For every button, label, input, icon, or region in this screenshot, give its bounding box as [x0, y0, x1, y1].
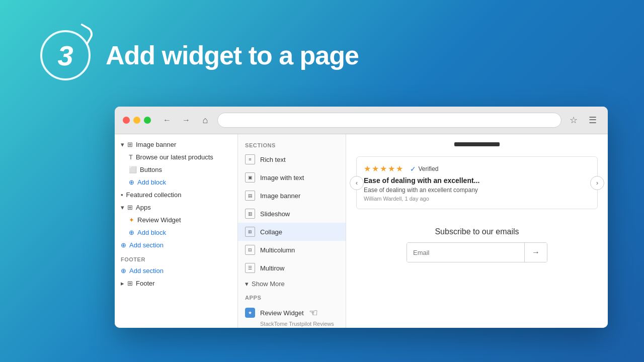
plus-icon: ⊕ — [129, 178, 134, 186]
middle-item-collage[interactable]: ⊞ Collage — [238, 223, 346, 241]
show-more-button[interactable]: ▾ Show More — [238, 277, 346, 291]
multicolumn-icon: ⊟ — [245, 245, 255, 255]
traffic-lights — [123, 117, 151, 124]
buttons-label: Buttons — [140, 166, 231, 173]
add-block-label-2: Add block — [137, 229, 166, 236]
middle-item-multicolumn[interactable]: ⊟ Multicolumn — [238, 241, 346, 259]
add-section-button-footer[interactable]: ⊕ Add section — [115, 264, 237, 277]
sidebar-item-buttons[interactable]: ⬜ Buttons — [115, 163, 237, 176]
apps-icon: ⊞ — [127, 204, 133, 211]
middle-item-slideshow[interactable]: ▥ Slideshow — [238, 205, 346, 223]
address-bar[interactable] — [217, 113, 561, 128]
subscribe-title: Subscribe to our emails — [356, 227, 598, 236]
middle-panel: SECTIONS ≡ Rich text ▣ Image with text ▤… — [238, 134, 346, 328]
image-with-text-label: Image with text — [260, 174, 304, 182]
apps-label: Apps — [136, 204, 231, 211]
plus-icon-2: ⊕ — [129, 229, 134, 236]
middle-item-image-banner[interactable]: ▤ Image banner — [238, 187, 346, 205]
review-meta: William Wardell, 1 day ago — [364, 196, 590, 202]
maximize-button[interactable] — [144, 117, 151, 124]
review-card: ‹ › ★★★★★ ✓ Verified Ease of dealing wit… — [356, 156, 598, 209]
add-section-label-1: Add section — [129, 241, 164, 249]
collage-label: Collage — [260, 228, 282, 236]
image-banner-label: Image banner — [136, 141, 231, 148]
decorative-bar — [454, 142, 500, 146]
button-icon: ⬜ — [129, 166, 137, 173]
collage-icon: ⊞ — [245, 227, 255, 237]
review-text: Ease of dealing with an excellent compan… — [364, 187, 590, 194]
review-title: Ease of dealing with an excellent... — [364, 176, 590, 185]
sidebar-item-apps[interactable]: ▾ ⊞ Apps — [115, 201, 237, 214]
minimize-button[interactable] — [133, 117, 140, 124]
plus-icon-3: ⊕ — [121, 241, 126, 249]
sidebar-item-footer[interactable]: ▸ ⊞ Footer — [115, 277, 237, 290]
review-widget-label: Review Widget — [137, 216, 231, 224]
chevron-down-show-more: ▾ — [245, 280, 249, 288]
footer-label: Footer — [136, 280, 231, 287]
chevron-down-icon: ▾ — [121, 141, 124, 148]
add-block-button-1[interactable]: ⊕ Add block — [115, 176, 237, 189]
subscribe-section: Subscribe to our emails → — [356, 219, 598, 270]
email-form: → — [407, 242, 547, 262]
browse-label: Browse our latest products — [136, 153, 231, 161]
sidebar-item-review-widget[interactable]: ✦ Review Widget — [115, 214, 237, 226]
review-stars: ★★★★★ — [364, 164, 404, 173]
prev-review-button[interactable]: ‹ — [350, 176, 364, 190]
add-section-footer-label: Add section — [129, 267, 164, 275]
image-banner-mid-label: Image banner — [260, 192, 300, 200]
featured-icon: ▪ — [121, 191, 123, 199]
add-section-button-1[interactable]: ⊕ Add section — [115, 239, 237, 251]
step-number: 3 — [57, 39, 73, 72]
email-input[interactable] — [407, 243, 524, 262]
browser-window: ← → ⌂ ☆ ☰ ▾ ⊞ Image banner T Browse our … — [115, 107, 608, 328]
middle-item-rich-text[interactable]: ≡ Rich text — [238, 150, 346, 168]
footer-icon: ⊞ — [127, 280, 133, 287]
bookmark-button[interactable]: ☆ — [567, 113, 581, 127]
add-block-label-1: Add block — [137, 178, 166, 186]
close-button[interactable] — [123, 117, 130, 124]
add-block-button-2[interactable]: ⊕ Add block — [115, 226, 237, 239]
review-widget-app-item[interactable]: ★ Review Widget ☞ — [238, 303, 346, 323]
apps-panel-label: APPS — [238, 291, 346, 303]
left-panel: ▾ ⊞ Image banner T Browse our latest pro… — [115, 134, 238, 328]
email-submit-button[interactable]: → — [524, 243, 547, 262]
sidebar-item-image-banner[interactable]: ▾ ⊞ Image banner — [115, 138, 237, 151]
middle-item-multirow[interactable]: ☰ Multirow — [238, 259, 346, 277]
review-widget-app-label: Review Widget — [260, 309, 304, 317]
step-circle: 3 — [40, 30, 91, 80]
browser-content: ▾ ⊞ Image banner T Browse our latest pro… — [115, 134, 608, 328]
back-button[interactable]: ← — [160, 113, 174, 127]
slideshow-icon: ▥ — [245, 209, 255, 219]
footer-section-header: FOOTER — [115, 251, 237, 264]
image-banner-icon: ⊞ — [127, 141, 133, 148]
right-panel: ‹ › ★★★★★ ✓ Verified Ease of dealing wit… — [346, 134, 608, 328]
sidebar-item-browse[interactable]: T Browse our latest products — [115, 151, 237, 163]
rich-text-label: Rich text — [260, 156, 286, 163]
cursor-icon: ☞ — [309, 307, 318, 319]
show-more-label: Show More — [252, 280, 285, 288]
review-header: ★★★★★ ✓ Verified — [364, 164, 590, 173]
hero-title: Add widget to a page — [106, 40, 359, 70]
multicolumn-label: Multicolumn — [260, 246, 295, 254]
menu-button[interactable]: ☰ — [586, 113, 600, 127]
middle-item-image-with-text[interactable]: ▣ Image with text — [238, 168, 346, 187]
review-widget-icon: ✦ — [129, 216, 134, 224]
home-button[interactable]: ⌂ — [198, 113, 212, 127]
rich-text-icon: ≡ — [245, 154, 255, 164]
next-review-button[interactable]: › — [590, 176, 604, 190]
image-banner-mid-icon: ▤ — [245, 191, 255, 201]
sidebar-item-featured-collection[interactable]: ▪ Featured collection — [115, 189, 237, 201]
forward-button[interactable]: → — [179, 113, 193, 127]
verified-badge: ✓ Verified — [410, 165, 438, 173]
app-item-review-widget[interactable]: ★ Review Widget ☞ StackTome Trustpilot R… — [238, 303, 346, 328]
sections-label: SECTIONS — [238, 138, 346, 150]
review-widget-app-icon: ★ — [245, 308, 255, 318]
text-icon: T — [129, 153, 133, 161]
chevron-right-icon: ▸ — [121, 280, 124, 287]
preview-content: ‹ › ★★★★★ ✓ Verified Ease of dealing wit… — [346, 134, 608, 279]
verified-icon: ✓ — [410, 165, 416, 173]
slideshow-label: Slideshow — [260, 210, 290, 218]
image-with-text-icon: ▣ — [245, 172, 255, 183]
multirow-label: Multirow — [260, 264, 284, 272]
featured-collection-label: Featured collection — [126, 191, 231, 199]
